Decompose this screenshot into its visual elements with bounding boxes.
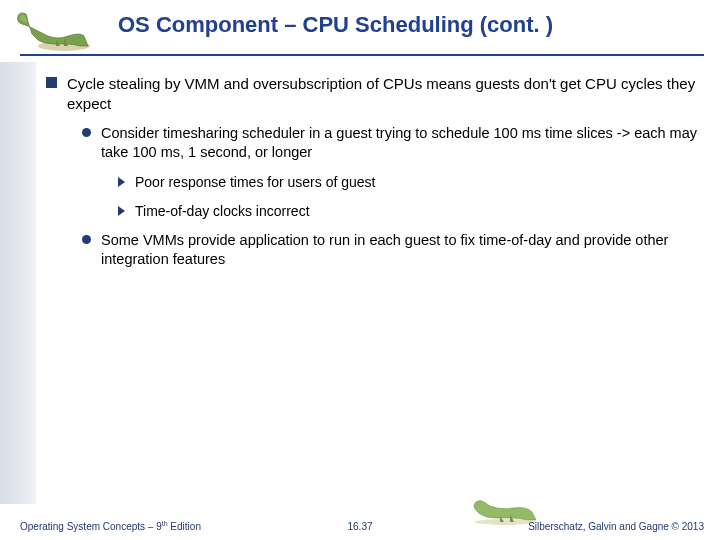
content-area: Cycle stealing by VMM and oversubscripti… <box>46 74 702 496</box>
disc-bullet-icon <box>82 128 91 137</box>
bullet-text: Consider timesharing scheduler in a gues… <box>101 124 702 163</box>
bullet-level3: Poor response times for users of guest <box>118 173 702 192</box>
dinosaur-icon <box>14 6 96 52</box>
sidebar-accent <box>0 62 36 504</box>
bullet-level1: Cycle stealing by VMM and oversubscripti… <box>46 74 702 114</box>
bullet-text: Time-of-day clocks incorrect <box>135 202 702 221</box>
bullet-text: Some VMMs provide application to run in … <box>101 231 702 270</box>
bullet-text: Poor response times for users of guest <box>135 173 702 192</box>
triangle-bullet-icon <box>118 177 125 187</box>
square-bullet-icon <box>46 77 57 88</box>
slide: OS Component – CPU Scheduling (cont. ) C… <box>0 0 720 540</box>
header: OS Component – CPU Scheduling (cont. ) <box>0 0 720 56</box>
title-underline <box>20 54 704 56</box>
bullet-level3: Time-of-day clocks incorrect <box>118 202 702 221</box>
bullet-level2: Consider timesharing scheduler in a gues… <box>82 124 702 163</box>
bullet-level2: Some VMMs provide application to run in … <box>82 231 702 270</box>
footer: Operating System Concepts – 9th Edition … <box>0 506 720 540</box>
triangle-bullet-icon <box>118 206 125 216</box>
disc-bullet-icon <box>82 235 91 244</box>
footer-copyright: Silberschatz, Galvin and Gagne © 2013 <box>528 521 704 532</box>
bullet-text: Cycle stealing by VMM and oversubscripti… <box>67 74 702 114</box>
slide-title: OS Component – CPU Scheduling (cont. ) <box>118 12 708 38</box>
